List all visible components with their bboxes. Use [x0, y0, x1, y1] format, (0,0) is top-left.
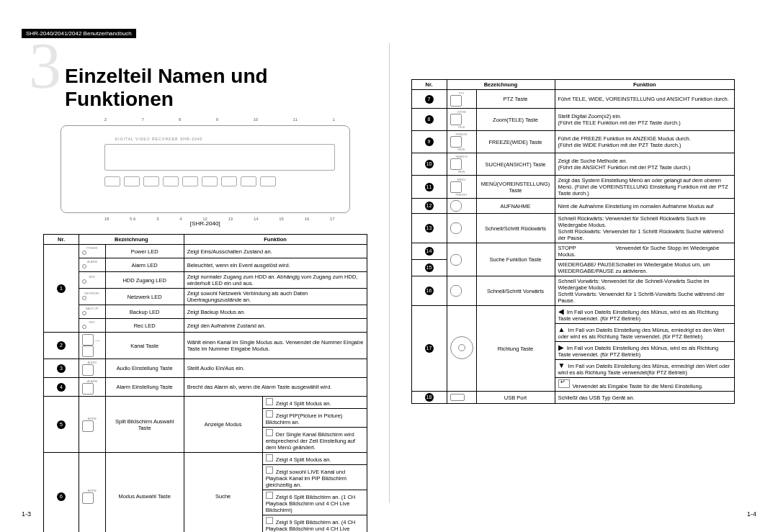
usb-port-icon [450, 394, 465, 401]
row-audio: Audio Einstellung Taste [105, 359, 184, 378]
th-nr-r: Nr. [411, 80, 447, 90]
arrow-left-icon: ◀ [558, 307, 564, 315]
num-15: 15 [425, 263, 434, 272]
row-rew: Schnell/Schritt Rückwärts [476, 214, 555, 243]
parts-table-left: Nr. Bezeichnung Funktion 1 POWER Power L… [43, 234, 367, 532]
pip-icon [266, 410, 273, 418]
ff-button-icon [450, 285, 462, 297]
num-17: 17 [425, 344, 434, 353]
row-zoom: Zoom(TELE) Taste [476, 109, 555, 131]
menu-button-icon [450, 181, 462, 193]
right-page: Nr. Bezeichnung Funktion 7 PTZ PTZ Taste… [397, 43, 750, 503]
num-3: 3 [57, 364, 66, 373]
page-number-right: 1-4 [747, 510, 756, 518]
power-led-icon [82, 251, 86, 255]
ptz-button-icon [450, 95, 462, 107]
network-led-icon [82, 296, 86, 300]
num-6: 6 [57, 492, 66, 501]
alarm-led-icon [82, 264, 86, 269]
arrow-up-icon: ▲ [558, 325, 565, 333]
stop-button-icon [450, 254, 462, 266]
search-split6-icon [266, 492, 273, 499]
num-11: 11 [425, 183, 434, 191]
th-nr: Nr. [44, 235, 79, 245]
num-2: 2 [57, 341, 66, 350]
row-suchefunc: Suche Funktion Taste [476, 243, 555, 276]
row-backup-led: Backup LED [105, 305, 184, 319]
num-16: 16 [425, 287, 434, 295]
zoom-button-icon [450, 114, 462, 125]
row-freeze: FREEZE(WIDE) Taste [476, 131, 555, 153]
seq-icon [266, 429, 273, 436]
parts-table-right: Nr. Bezeichnung Funktion 7 PTZ PTZ Taste… [411, 79, 735, 404]
row-rec-led: Rec LED [105, 319, 184, 333]
search-split9-icon [266, 517, 273, 524]
search-button-icon [450, 158, 462, 170]
row-ptz: PTZ Taste [476, 90, 555, 109]
chapter-title: 3 Einzelteil Namen und Funktionen [43, 65, 367, 111]
row-direction: Richtung Taste [476, 306, 555, 392]
split4-icon [266, 398, 273, 405]
num-18: 18 [425, 393, 434, 402]
row-aufnahme: AUFNAHME [476, 199, 555, 214]
hdd-led-icon [82, 279, 86, 284]
backup-led-icon [82, 311, 86, 315]
th-func-r: Funktion [555, 80, 735, 90]
chapter-number: 3 [29, 29, 61, 103]
num-4: 4 [57, 383, 66, 392]
device-model-label: DIGITAL VIDEO RECORDER SHR-2040 [115, 137, 203, 141]
left-page: 3 Einzelteil Namen und Funktionen 278910… [29, 43, 382, 503]
rec-button-icon [450, 200, 462, 212]
page-number-left: 1-3 [22, 510, 31, 518]
row-suche: Suche [184, 453, 262, 533]
channel-button-icon [82, 334, 94, 346]
freeze-button-icon [450, 136, 462, 148]
chapter-heading: Einzelteil Namen und Funktionen [65, 65, 367, 111]
row-hdd-led: HDD Zugang LED [105, 272, 184, 289]
enter-icon [558, 379, 570, 388]
audio-button-icon [82, 364, 94, 376]
arrow-down-icon: ▼ [558, 361, 565, 369]
num-12: 12 [425, 202, 434, 210]
num-1: 1 [57, 284, 66, 293]
num-10: 10 [425, 160, 434, 168]
mode-button-icon-2 [82, 492, 94, 504]
num-9: 9 [425, 137, 434, 146]
row-network-led: Netzwerk LED [105, 289, 184, 305]
row-search: SUCHE(ANSICHT) Taste [476, 153, 555, 176]
alarm-button-icon [82, 383, 94, 395]
search-split4-icon [266, 454, 273, 461]
th-name-r: Bezeichnung [447, 80, 555, 90]
row-menu: MENÜ(VOREINSTELLUNG) Taste [476, 176, 555, 199]
num-5: 5 [57, 420, 66, 429]
num-14: 14 [425, 247, 434, 256]
th-name: Bezeichnung [79, 235, 184, 245]
row-split-mode: Split Bildschirm Auswahl Taste [105, 397, 184, 453]
num-8: 8 [425, 115, 434, 124]
row-ff: Schnell/Schritt Vorwärts [476, 276, 555, 306]
row-alarm-btn: Alarm Einstellung Taste [105, 378, 184, 397]
device-diagram: 278910111 DIGITAL VIDEO RECORDER SHR-204… [61, 125, 350, 213]
row-alarm-led: Alarm LED [105, 258, 184, 272]
num-7: 7 [425, 95, 434, 104]
row-mode-select: Modus Auswahl Taste [105, 453, 184, 533]
mode-button-icon [82, 420, 94, 432]
search-pip-icon [266, 466, 273, 474]
arrow-right-icon: ▶ [558, 343, 564, 351]
diagram-caption: [SHR-2040] [43, 220, 367, 227]
row-usb: USB Port [476, 392, 555, 404]
num-13: 13 [425, 224, 434, 233]
rec-led-icon [82, 325, 86, 329]
row-power-led: Power LED [105, 245, 184, 258]
row-kanal: Kanal Taste [105, 333, 184, 359]
nav-pad-icon [450, 336, 473, 359]
rew-button-icon [450, 222, 462, 234]
th-func: Funktion [184, 235, 367, 245]
row-anzeige: Anzeige Modus [184, 397, 262, 453]
page-divider [389, 43, 390, 503]
